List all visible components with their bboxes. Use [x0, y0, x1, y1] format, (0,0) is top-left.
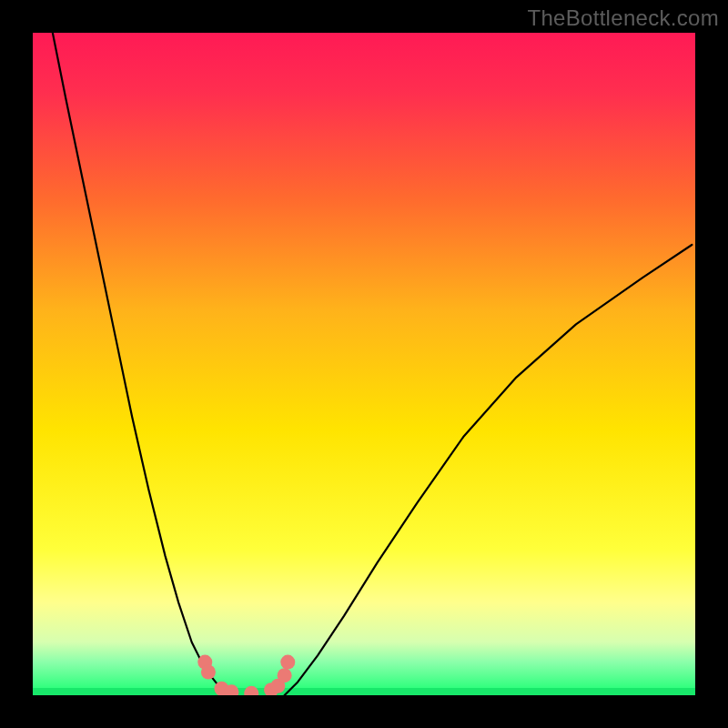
base-strip [33, 688, 695, 695]
plot-area [33, 33, 695, 695]
dip-point [201, 665, 216, 680]
dip-point [278, 668, 292, 682]
chart-background [33, 33, 695, 695]
watermark-text: TheBottleneck.com [527, 5, 719, 31]
chart-svg [33, 33, 695, 695]
dip-point [280, 655, 295, 670]
chart-container: TheBottleneck.com [0, 0, 728, 728]
